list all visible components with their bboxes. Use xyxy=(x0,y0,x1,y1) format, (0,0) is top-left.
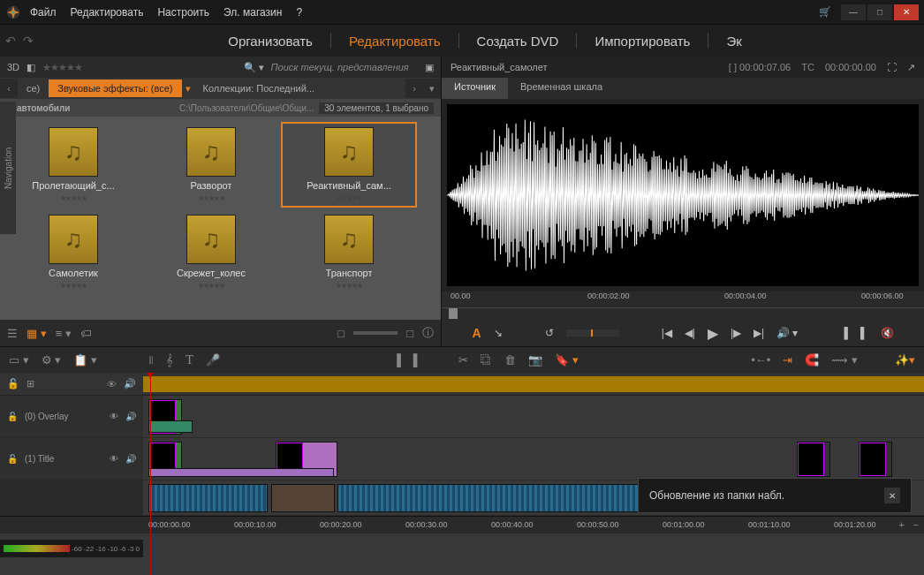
tl-audio-mixer-icon[interactable]: ⫴ xyxy=(148,353,154,367)
cat-tab-collections[interactable]: Коллекции: Последний... xyxy=(194,79,324,97)
cat-next-button[interactable]: › xyxy=(405,79,423,98)
mute-icon[interactable]: 🔇 xyxy=(881,327,894,339)
tab-create-dvd[interactable]: Создать DVD xyxy=(463,28,573,54)
library-item[interactable]: ♫Разворот★★★★★ xyxy=(145,124,277,206)
mark-in-icon[interactable]: ▐ xyxy=(840,327,848,339)
loop-range-icon[interactable]: ↘ xyxy=(494,327,503,339)
thumb-large-icon[interactable]: □ xyxy=(406,327,413,340)
tl-snapshot-icon[interactable]: 📷 xyxy=(528,353,542,367)
library-item[interactable]: ♫Самолетик★★★★★ xyxy=(7,211,140,293)
mode-3d-label[interactable]: 3D xyxy=(7,62,19,72)
tl-link-icon[interactable]: •←• xyxy=(751,353,770,367)
overview-strip[interactable] xyxy=(143,376,924,392)
tl-copy-icon[interactable]: ⿻ xyxy=(481,353,492,367)
cart-icon[interactable]: 🛒 xyxy=(814,4,836,20)
menu-file[interactable]: Файл xyxy=(30,6,57,19)
tl-insert-icon[interactable]: ⇥ xyxy=(783,353,792,367)
tab-import[interactable]: Импортировать xyxy=(580,28,704,54)
go-end-icon[interactable]: ▶| xyxy=(754,327,764,339)
clip[interactable] xyxy=(148,468,334,477)
library-item[interactable]: ♫Транспорт★★★★★ xyxy=(283,211,415,293)
lock-icon[interactable]: 🔓 xyxy=(7,412,18,421)
rating-filter[interactable]: ★★★★★ xyxy=(42,62,82,73)
tl-view-icon[interactable]: ▭ ▾ xyxy=(9,353,29,367)
menu-emagazin[interactable]: Эл. магазин xyxy=(223,6,282,19)
preview-ruler[interactable]: 00.0000:00:02.0000:00:04.0000:00:06.00 xyxy=(442,291,924,307)
eye-icon[interactable]: 👁 xyxy=(110,412,118,421)
tab-organize[interactable]: Организовать xyxy=(214,28,327,54)
speed-slider[interactable] xyxy=(566,329,619,337)
help-icon[interactable]: ? xyxy=(296,6,302,19)
library-item[interactable]: ♫Пролетающий_с...★★★★★ xyxy=(7,124,140,206)
lock-icon[interactable]: 🔓 xyxy=(7,378,19,390)
maximize-button[interactable]: □ xyxy=(867,4,892,20)
tag-icon[interactable]: 🏷 xyxy=(80,327,92,340)
clip[interactable] xyxy=(859,442,892,477)
scrub-bar[interactable] xyxy=(442,307,924,320)
library-item[interactable]: ♫Реактивный_сам...★★★★★ xyxy=(283,124,415,206)
undo-icon[interactable]: ↶ xyxy=(5,34,16,48)
tl-marker-icon[interactable]: 🔖 ▾ xyxy=(555,353,579,367)
tl-trim-icon[interactable]: ⟿ ▾ xyxy=(831,353,858,367)
cat-menu-button[interactable]: ▾ xyxy=(423,79,441,98)
tl-split-icon[interactable]: ▌ xyxy=(413,353,421,367)
eye-icon[interactable]: 👁 xyxy=(107,379,117,390)
tl-magnet-icon[interactable]: 🧲 xyxy=(805,353,819,367)
expand-icon[interactable]: ⛶ xyxy=(887,62,897,72)
clip[interactable] xyxy=(797,442,830,477)
eye-icon[interactable]: 👁 xyxy=(110,454,118,464)
tl-gear-icon[interactable]: ⚙ ▾ xyxy=(42,353,62,367)
popout-icon[interactable]: ↗ xyxy=(907,62,915,73)
grid-view-icon[interactable]: ▦ ▾ xyxy=(27,327,47,340)
speaker-icon[interactable]: 🔊 xyxy=(125,412,136,421)
cat-tab-sound-fx[interactable]: Звуковые эффекты: (все) xyxy=(49,79,181,97)
stereo-icon[interactable]: ◧ xyxy=(27,62,35,73)
navigation-sidebar[interactable]: Navigation xyxy=(0,102,16,234)
playback-mode[interactable]: A xyxy=(473,326,481,340)
speaker-icon[interactable]: 🔊 xyxy=(124,378,136,390)
library-item[interactable]: ♫Скрежет_колес★★★★★ xyxy=(145,211,277,293)
tl-razor-icon[interactable]: ▐ xyxy=(393,353,401,367)
waveform-display[interactable] xyxy=(447,104,919,286)
track-head-video[interactable] xyxy=(0,480,143,515)
clip[interactable] xyxy=(148,484,268,512)
info-icon[interactable]: ⓘ xyxy=(422,325,434,341)
track-head-overlay[interactable]: 🔓 (0) Overlay 👁 🔊 xyxy=(0,396,143,437)
thumb-small-icon[interactable]: □ xyxy=(337,327,345,340)
minimize-button[interactable]: — xyxy=(841,4,866,20)
clip-thumbnail[interactable] xyxy=(271,484,335,512)
cat-dropdown-icon[interactable]: ▾ xyxy=(182,83,194,95)
tl-fx-icon[interactable]: ✨▾ xyxy=(895,353,915,367)
loop-icon[interactable]: ↺ xyxy=(545,327,554,339)
cat-prev-button[interactable]: ‹ xyxy=(0,79,18,98)
tl-music-icon[interactable]: 𝄞 xyxy=(166,353,173,367)
tl-voiceover-icon[interactable]: 🎤 xyxy=(206,353,220,367)
menu-setup[interactable]: Настроить xyxy=(157,6,209,19)
tl-cut-icon[interactable]: ✂ xyxy=(458,353,468,367)
tl-clipboard-icon[interactable]: 📋 ▾ xyxy=(73,353,97,367)
toast-close-button[interactable]: ✕ xyxy=(884,488,900,503)
tl-trash-icon[interactable]: 🗑 xyxy=(504,353,516,367)
search-icon[interactable]: 🔍 ▾ xyxy=(244,62,264,73)
thumb-size-slider[interactable] xyxy=(353,331,398,335)
storyboard-icon[interactable]: ⊞ xyxy=(27,378,34,390)
play-button[interactable]: ▶ xyxy=(708,325,718,342)
zoom-in-icon[interactable]: + xyxy=(899,519,905,530)
clip[interactable] xyxy=(337,484,682,512)
redo-icon[interactable]: ↷ xyxy=(23,34,34,48)
timeline-ruler[interactable]: − + 00:00:00.0000:00:10.0000:00:20.0000:… xyxy=(0,516,924,533)
step-fwd-icon[interactable]: |▶ xyxy=(731,327,741,339)
tab-export[interactable]: Эк xyxy=(712,28,755,54)
tab-edit[interactable]: Редактировать xyxy=(335,28,455,54)
filter-icon[interactable]: ▣ xyxy=(425,62,434,73)
mark-out-icon[interactable]: ▌ xyxy=(860,327,868,339)
lock-icon[interactable]: 🔓 xyxy=(7,454,18,464)
zoom-out-icon[interactable]: − xyxy=(913,519,919,530)
volume-icon[interactable]: 🔊 ▾ xyxy=(776,327,798,339)
track-head-title[interactable]: 🔓 (1) Title 👁 🔊 xyxy=(0,438,143,480)
search-input[interactable]: Поиск текущ. представления xyxy=(271,62,418,72)
cat-tab-all[interactable]: се) xyxy=(18,79,49,97)
clip[interactable] xyxy=(148,420,193,433)
speaker-icon[interactable]: 🔊 xyxy=(125,454,136,464)
tc-value[interactable]: 00:00:00.00 xyxy=(825,62,876,72)
